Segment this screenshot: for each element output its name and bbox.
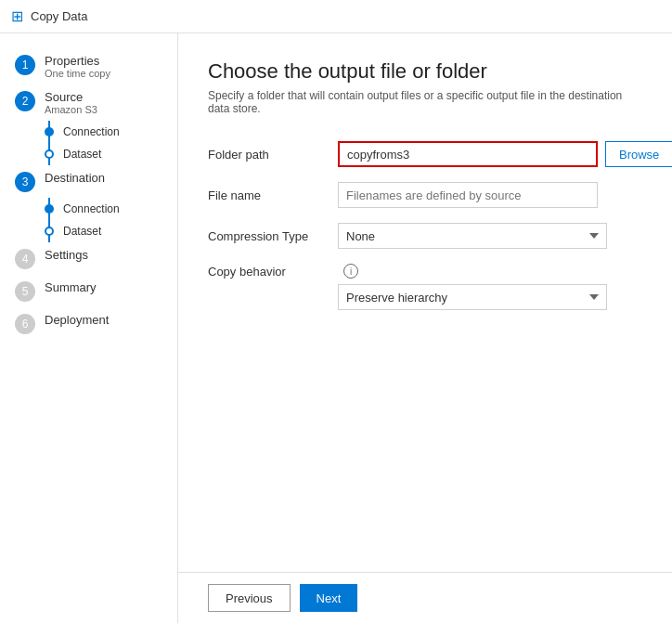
nav-number-settings: 4: [15, 249, 35, 269]
compression-type-label: Compression Type: [208, 229, 338, 243]
copy-behavior-select-row: Preserve hierarchy Flatten hierarchy Mer…: [208, 284, 642, 310]
subnav-dot-source-dataset: [45, 149, 54, 159]
nav-label-properties: Properties: [45, 54, 110, 68]
copy-behavior-select[interactable]: Preserve hierarchy Flatten hierarchy Mer…: [338, 284, 607, 310]
sidebar-item-source[interactable]: 2 Source Amazon S3: [0, 84, 177, 121]
subnav-label-dest-dataset: Dataset: [63, 225, 101, 238]
nav-number-destination: 3: [15, 172, 35, 192]
subnav-label-source-dataset: Dataset: [63, 148, 101, 161]
nav-label-settings: Settings: [45, 248, 88, 262]
nav-number-properties: 1: [15, 55, 35, 75]
compression-type-select[interactable]: None GZip BZip2 Deflate ZipDeflate LZ4 S…: [338, 223, 607, 249]
nav-number-deployment: 6: [15, 314, 35, 334]
folder-path-label: Folder path: [208, 148, 338, 162]
copy-behavior-label: Copy behavior: [208, 265, 338, 279]
folder-path-row: Folder path copyfroms3 Browse: [208, 141, 642, 167]
subnav-dot-dest-connection: [45, 204, 54, 214]
subnav-label-source-connection: Connection: [63, 125, 120, 138]
subnav-dest-dataset[interactable]: Dataset: [0, 220, 177, 242]
sidebar: 1 Properties One time copy 2 Source Amaz…: [0, 33, 178, 623]
copy-behavior-info-icon[interactable]: i: [343, 264, 358, 279]
content-area: Choose the output file or folder Specify…: [178, 33, 672, 623]
copy-data-icon: ⊞: [11, 7, 23, 25]
compression-type-row: Compression Type None GZip BZip2 Deflate…: [208, 223, 642, 249]
previous-button[interactable]: Previous: [208, 584, 291, 612]
nav-label-destination: Destination: [45, 171, 105, 185]
file-name-label: File name: [208, 188, 338, 202]
folder-path-input[interactable]: copyfroms3: [338, 141, 598, 167]
footer: Previous Next: [178, 572, 672, 623]
file-name-row: File name: [208, 182, 642, 208]
file-name-input[interactable]: [338, 182, 598, 208]
folder-path-controls: copyfroms3 Browse: [338, 141, 672, 167]
source-subnav: Connection Dataset: [0, 121, 177, 165]
main-layout: 1 Properties One time copy 2 Source Amaz…: [0, 33, 672, 623]
top-bar: ⊞ Copy Data: [0, 0, 672, 33]
dest-subnav: Connection Dataset: [0, 198, 177, 242]
page-subtitle: Specify a folder that will contain outpu…: [208, 89, 642, 115]
nav-sublabel-source: Amazon S3: [45, 104, 97, 115]
file-name-controls: [338, 182, 642, 208]
subnav-dot-source-connection: [45, 127, 54, 136]
sidebar-item-deployment[interactable]: 6 Deployment: [0, 307, 177, 340]
sidebar-item-summary[interactable]: 5 Summary: [0, 275, 177, 307]
next-button[interactable]: Next: [300, 584, 358, 612]
browse-button[interactable]: Browse: [605, 141, 672, 167]
content-inner: Choose the output file or folder Specify…: [178, 33, 672, 572]
sidebar-item-properties[interactable]: 1 Properties One time copy: [0, 48, 177, 84]
subnav-source-dataset[interactable]: Dataset: [0, 143, 177, 165]
subnav-dot-dest-dataset: [45, 227, 54, 236]
subnav-dest-connection[interactable]: Connection: [0, 198, 177, 220]
sidebar-item-destination[interactable]: 3 Destination: [0, 165, 177, 198]
nav-number-summary: 5: [15, 281, 35, 302]
copy-behavior-row: Copy behavior Copy behavior i: [208, 264, 642, 279]
subnav-source-connection[interactable]: Connection: [0, 121, 177, 143]
subnav-label-dest-connection: Connection: [63, 202, 120, 215]
page-title: Choose the output file or folder: [208, 59, 642, 84]
nav-label-summary: Summary: [45, 280, 97, 294]
nav-number-source: 2: [15, 91, 35, 111]
nav-label-deployment: Deployment: [45, 313, 109, 327]
nav-label-source: Source: [45, 90, 97, 104]
sidebar-item-settings[interactable]: 4 Settings: [0, 242, 177, 275]
nav-sublabel-properties: One time copy: [45, 68, 110, 79]
top-bar-title: Copy Data: [31, 9, 87, 23]
